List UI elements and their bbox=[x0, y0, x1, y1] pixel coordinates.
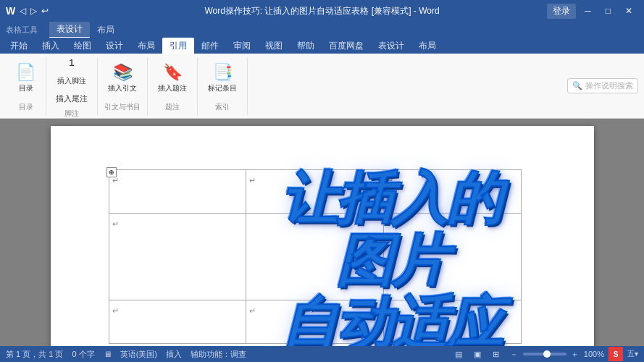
toc-icon: 📄 bbox=[16, 63, 35, 82]
tab-layout[interactable]: 布局 bbox=[130, 38, 162, 54]
ribbon-content: 📄 目录 目录 ¹ 插入脚注 插入尾注 脚注 📚 插入引文 引文与书目 🔖 插入… bbox=[0, 54, 644, 119]
table-cell[interactable]: ↵ bbox=[109, 300, 246, 344]
tab-table-layout[interactable]: 布局 bbox=[411, 38, 443, 54]
search-icon: 🔍 bbox=[572, 81, 582, 90]
return-symbol: ↵ bbox=[387, 306, 393, 315]
search-placeholder-text: 操作说明搜索 bbox=[585, 80, 633, 91]
tab-references[interactable]: 引用 bbox=[162, 38, 194, 54]
ribbon-group-index: 📑 标记条目 索引 bbox=[198, 57, 248, 115]
return-symbol: ↵ bbox=[387, 219, 393, 228]
view-print-icon[interactable]: ▣ bbox=[469, 346, 485, 362]
back-button[interactable]: ◁ bbox=[20, 6, 26, 16]
language-indicator: 🖥 bbox=[104, 350, 112, 358]
tab-tools-bar: 表格工具 表设计 布局 bbox=[0, 22, 644, 38]
zoom-slider-thumb bbox=[543, 350, 551, 358]
return-symbol: ↵ bbox=[249, 306, 256, 315]
btn-toc[interactable]: 📄 目录 bbox=[12, 60, 40, 96]
tab-table-design[interactable]: 表设计 bbox=[371, 38, 411, 54]
window-title: Word操作技巧: 让插入的图片自动适应表格 [兼容模式] - Word bbox=[204, 5, 439, 17]
forward-button[interactable]: ▷ bbox=[30, 6, 37, 16]
view-read-icon[interactable]: ▤ bbox=[451, 346, 467, 362]
table-cell[interactable]: ↵ bbox=[383, 214, 521, 300]
return-symbol: ↵ bbox=[112, 219, 119, 228]
table-cell[interactable]: ↵ bbox=[383, 300, 521, 344]
table-row: ↵ ↵ bbox=[109, 214, 521, 300]
return-symbol: ↵ bbox=[249, 176, 256, 185]
return-symbol: ↵ bbox=[112, 306, 119, 315]
document-area: ⊕ ↵ ↵ ↵ ↵ ↵ ↵ ↵ ↵ 让插入的图片自动适应表格 bbox=[0, 119, 644, 346]
page-count: 第 1 页，共 1 页 bbox=[6, 349, 63, 360]
minimize-button[interactable]: ─ bbox=[579, 4, 597, 17]
ribbon-group-footnotes: ¹ 插入脚注 插入尾注 脚注 bbox=[46, 57, 98, 115]
status-left: 第 1 页，共 1 页 0 个字 🖥 英语(美国) 插入 辅助功能：调查 bbox=[6, 349, 246, 360]
btn-insert-citation[interactable]: 📚 插入引文 bbox=[104, 60, 141, 96]
view-icons: ▤ ▣ ⊞ bbox=[451, 346, 504, 362]
status-bar: 第 1 页，共 1 页 0 个字 🖥 英语(美国) 插入 辅助功能：调查 ▤ ▣… bbox=[0, 346, 644, 362]
table-cell[interactable]: ↵ bbox=[246, 170, 384, 214]
undo-button[interactable]: ↩ bbox=[41, 6, 49, 16]
btn-mark-entry[interactable]: 📑 标记条目 bbox=[204, 60, 241, 96]
restore-button[interactable]: □ bbox=[600, 4, 616, 17]
table-row: ↵ ↵ ↵ bbox=[109, 300, 521, 344]
return-symbol: ↵ bbox=[387, 176, 393, 185]
title-bar-left: W ◁ ▷ ↩ bbox=[6, 5, 49, 17]
char-count: 0 个字 bbox=[72, 349, 94, 360]
table-cell[interactable] bbox=[246, 214, 384, 300]
accessibility-text: 辅助功能：调查 bbox=[191, 349, 246, 360]
zoom-controls: － ＋ 100% bbox=[509, 348, 604, 360]
zoom-level: 100% bbox=[584, 350, 604, 358]
tab-help[interactable]: 帮助 bbox=[290, 38, 322, 54]
tab-baidu[interactable]: 百度网盘 bbox=[322, 38, 371, 54]
table-move-handle[interactable]: ⊕ bbox=[106, 167, 117, 177]
table-cell[interactable]: ↵ bbox=[109, 170, 246, 214]
word-table: ↵ ↵ ↵ ↵ ↵ ↵ ↵ ↵ bbox=[109, 169, 522, 344]
btn-insert-footnote[interactable]: ¹ 插入脚注 bbox=[53, 53, 91, 89]
view-web-icon[interactable]: ⊞ bbox=[488, 346, 504, 362]
btn-insert-caption[interactable]: 🔖 插入题注 bbox=[154, 60, 191, 96]
footnote-icon: ¹ bbox=[69, 56, 74, 75]
ribbon-group-captions: 🔖 插入题注 题注 bbox=[148, 57, 198, 115]
ribbon-group-toc: 📄 目录 目录 bbox=[6, 57, 46, 115]
btn-insert-endnote[interactable]: 插入尾注 bbox=[52, 92, 91, 106]
search-box-ribbon[interactable]: 🔍 操作说明搜索 bbox=[567, 78, 638, 93]
insert-mode: 插入 bbox=[166, 349, 182, 360]
tab-draw[interactable]: 绘图 bbox=[67, 38, 99, 54]
table-cell[interactable]: ↵ bbox=[109, 214, 246, 300]
login-button[interactable]: 登录 bbox=[547, 4, 576, 19]
title-bar-right: 登录 ─ □ ✕ bbox=[547, 4, 638, 19]
status-right: ▤ ▣ ⊞ － ＋ 100% S 五▾ bbox=[451, 346, 638, 362]
table-cell[interactable]: ↵ bbox=[383, 170, 521, 214]
tab-view[interactable]: 视图 bbox=[258, 38, 290, 54]
word-page: ⊕ ↵ ↵ ↵ ↵ ↵ ↵ ↵ ↵ 让插入的图片自动适应表格 bbox=[51, 126, 594, 346]
caption-icon: 🔖 bbox=[163, 63, 183, 82]
word-logo-icon: W bbox=[6, 5, 15, 17]
tab-design[interactable]: 设计 bbox=[99, 38, 130, 54]
tab-mail[interactable]: 邮件 bbox=[194, 38, 226, 54]
table-row: ↵ ↵ ↵ bbox=[109, 170, 521, 214]
close-button[interactable]: ✕ bbox=[619, 4, 638, 17]
ribbon-group-citations: 📚 插入引文 引文与书目 bbox=[98, 57, 148, 115]
tab-insert[interactable]: 插入 bbox=[35, 38, 67, 54]
tab-review[interactable]: 审阅 bbox=[226, 38, 258, 54]
index-icon: 📑 bbox=[213, 63, 233, 82]
wps-icon: S bbox=[609, 347, 623, 361]
tab-tools-group-label: 表格工具 bbox=[6, 25, 38, 35]
citation-icon: 📚 bbox=[113, 63, 133, 82]
taskbar-nums: 五▾ bbox=[627, 349, 638, 359]
tab-start[interactable]: 开始 bbox=[3, 38, 35, 54]
table-cell[interactable]: ↵ bbox=[246, 300, 384, 344]
tab-tool-table-design[interactable]: 表设计 bbox=[49, 22, 90, 38]
zoom-slider[interactable] bbox=[523, 353, 566, 355]
tab-tool-layout[interactable]: 布局 bbox=[90, 22, 122, 38]
zoom-out-button[interactable]: － bbox=[509, 348, 520, 360]
language-text: 英语(美国) bbox=[120, 349, 157, 360]
zoom-in-button[interactable]: ＋ bbox=[569, 348, 581, 360]
ribbon-tabs: 开始 插入 绘图 设计 布局 引用 邮件 审阅 视图 帮助 百度网盘 表设计 布… bbox=[0, 38, 644, 54]
title-bar: W ◁ ▷ ↩ Word操作技巧: 让插入的图片自动适应表格 [兼容模式] - … bbox=[0, 0, 644, 22]
